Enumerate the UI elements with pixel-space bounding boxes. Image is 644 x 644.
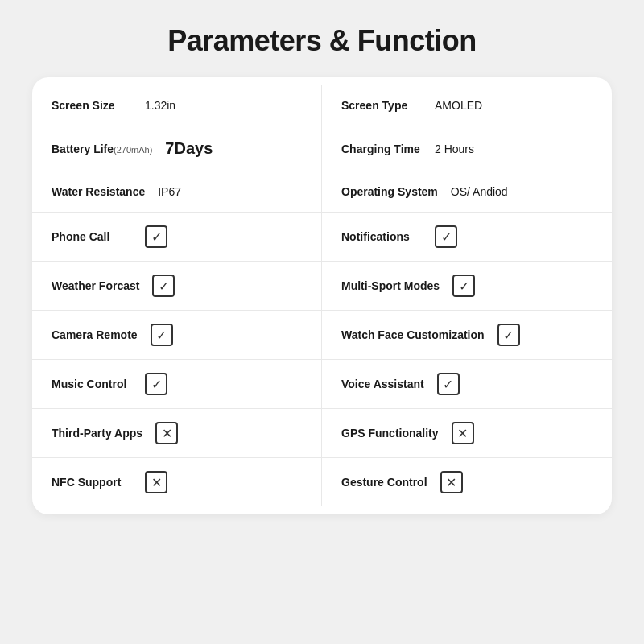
cell-label: Multi-Sport Modes xyxy=(341,279,440,293)
table-cell: Phone Call✓ xyxy=(32,213,322,261)
table-row: Screen Size1.32inScreen TypeAMOLED xyxy=(32,85,612,126)
table-cell: Multi-Sport Modes✓ xyxy=(322,262,612,310)
check-icon: ✓ xyxy=(437,373,460,395)
cell-value: 1.32in xyxy=(145,99,175,112)
table-cell: Battery Life(270mAh)7Days xyxy=(32,126,322,171)
cell-label: GPS Functionality xyxy=(341,426,439,440)
table-cell: GPS Functionality✕ xyxy=(322,409,612,457)
table-cell: NFC Support✕ xyxy=(32,458,322,506)
table-row: Phone Call✓Notifications✓ xyxy=(32,213,612,262)
cell-label: Weather Forcast xyxy=(52,279,139,293)
check-icon: ✓ xyxy=(435,225,457,248)
cell-value: 2 Hours xyxy=(435,142,474,155)
cell-label: Third-Party Apps xyxy=(52,426,142,440)
table-cell: Camera Remote✓ xyxy=(32,311,322,359)
cell-label: Screen Size xyxy=(52,98,132,113)
table-row: NFC Support✕Gesture Control✕ xyxy=(32,458,612,506)
check-icon: ✓ xyxy=(452,275,475,297)
cell-value: OS/ Andiod xyxy=(451,185,508,198)
table-cell: Gesture Control✕ xyxy=(322,458,612,506)
table-cell: Screen TypeAMOLED xyxy=(322,85,612,126)
table-row: Third-Party Apps✕GPS Functionality✕ xyxy=(32,409,612,458)
cell-label: Camera Remote xyxy=(52,328,138,342)
cell-value: 7Days xyxy=(165,139,213,158)
page-title: Parameters & Function xyxy=(167,24,477,58)
cell-label: Charging Time xyxy=(341,142,422,156)
check-icon: ✓ xyxy=(151,324,173,346)
cell-value: AMOLED xyxy=(435,99,482,112)
table-cell: Watch Face Customization✓ xyxy=(322,311,612,359)
table-cell: Screen Size1.32in xyxy=(32,85,322,126)
cell-label: Watch Face Customization xyxy=(341,328,485,342)
table-cell: Voice Assistant✓ xyxy=(322,360,612,408)
cell-label: NFC Support xyxy=(52,475,132,489)
x-icon: ✕ xyxy=(155,422,178,444)
check-icon: ✓ xyxy=(152,275,175,297)
cell-value: IP67 xyxy=(158,185,181,198)
cell-label: Water Resistance xyxy=(52,184,145,199)
cell-label: Gesture Control xyxy=(341,475,427,489)
cell-label: Operating System xyxy=(341,184,438,199)
table-cell: Charging Time2 Hours xyxy=(322,126,612,171)
cell-label: Music Control xyxy=(52,377,132,391)
table-row: Battery Life(270mAh)7DaysCharging Time2 … xyxy=(32,126,612,171)
table-cell: Music Control✓ xyxy=(32,360,322,408)
cell-label: Screen Type xyxy=(341,98,422,113)
table-cell: Third-Party Apps✕ xyxy=(32,409,322,457)
table-row: Weather Forcast✓Multi-Sport Modes✓ xyxy=(32,262,612,311)
cell-label: Voice Assistant xyxy=(341,377,424,391)
table-row: Music Control✓Voice Assistant✓ xyxy=(32,360,612,409)
cell-label: Phone Call xyxy=(52,229,132,244)
table-cell: Notifications✓ xyxy=(322,213,612,261)
cell-label: Battery Life(270mAh) xyxy=(52,142,152,156)
cell-label: Notifications xyxy=(341,229,422,244)
table-row: Water ResistanceIP67Operating SystemOS/ … xyxy=(32,171,612,213)
check-icon: ✓ xyxy=(497,324,520,346)
x-icon: ✕ xyxy=(452,422,474,444)
check-icon: ✓ xyxy=(145,225,167,248)
parameters-card: Screen Size1.32inScreen TypeAMOLEDBatter… xyxy=(32,77,612,514)
check-icon: ✓ xyxy=(145,373,167,395)
table-row: Camera Remote✓Watch Face Customization✓ xyxy=(32,311,612,360)
x-icon: ✕ xyxy=(440,471,463,493)
x-icon: ✕ xyxy=(145,471,167,493)
table-cell: Water ResistanceIP67 xyxy=(32,171,322,212)
table-cell: Operating SystemOS/ Andiod xyxy=(322,171,612,212)
table-cell: Weather Forcast✓ xyxy=(32,262,322,310)
